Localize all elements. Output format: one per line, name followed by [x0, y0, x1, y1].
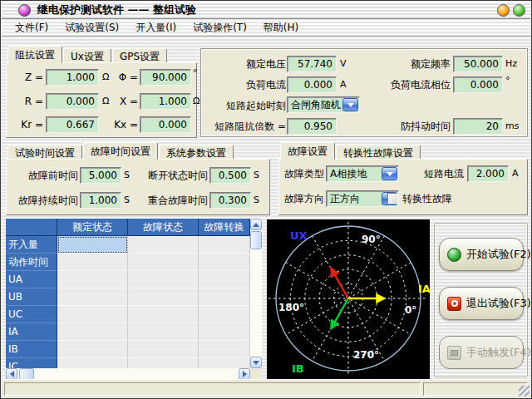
table-cell[interactable]: [57, 341, 128, 358]
table-cell[interactable]: [199, 306, 250, 323]
debounce-time-unit: ms: [505, 119, 519, 135]
table-cell[interactable]: [128, 288, 199, 306]
impedance-multiple-field[interactable]: 0.950: [287, 118, 337, 135]
start-test-button[interactable]: 开始试验(F2): [439, 238, 524, 271]
horizontal-scrollbar[interactable]: [6, 368, 250, 380]
menu-help[interactable]: 帮助(H): [255, 19, 307, 37]
table-cell[interactable]: [57, 358, 128, 368]
table-cell-selected[interactable]: [57, 236, 128, 254]
menu-file[interactable]: 文件(F): [7, 19, 57, 37]
load-current-phase-unit: °: [505, 73, 510, 90]
table-cell[interactable]: [199, 341, 250, 358]
power-icon: [447, 297, 461, 311]
rated-voltage-label: 额定电压: [204, 56, 286, 72]
table-cell[interactable]: [199, 358, 250, 368]
chevron-down-icon[interactable]: [382, 167, 397, 180]
results-grid: 额定状态 故障状态 故障转换 开入量 动作时间 UA UB UC IA: [6, 219, 250, 368]
tab-test-time-settings[interactable]: 试验时间设置: [7, 145, 82, 160]
row-header: IC: [6, 358, 57, 368]
tab-conversion-fault-settings[interactable]: 转换性故障设置: [336, 145, 421, 160]
tab-system-param-settings[interactable]: 系统参数设置: [159, 145, 234, 160]
exit-test-label: 退出试验(F3): [466, 296, 531, 311]
row-header: 开入量: [6, 236, 57, 254]
table-cell[interactable]: [128, 236, 199, 254]
short-circuit-start-dropdown[interactable]: 合闸角随机: [287, 96, 360, 113]
phi-unit: °: [193, 66, 198, 82]
fault-tabs: 故障设置 转换性故障设置: [278, 142, 528, 160]
r-label: R =: [12, 93, 43, 110]
table-cell[interactable]: [128, 323, 199, 341]
open-state-time-unit: S: [254, 168, 259, 185]
table-cell[interactable]: [199, 236, 250, 254]
horizontal-scroll-thumb[interactable]: [19, 368, 34, 380]
fault-type-value: A相接地: [330, 168, 367, 180]
tab-gps-settings[interactable]: GPS设置: [112, 48, 167, 63]
app-icon: [18, 4, 31, 17]
minimize-button[interactable]: [497, 4, 510, 17]
results-table: 额定状态 故障状态 故障转换 开入量 动作时间 UA UB UC IA: [6, 219, 262, 380]
scroll-down-icon[interactable]: [250, 357, 262, 368]
vertical-scrollbar[interactable]: [250, 219, 262, 368]
table-cell[interactable]: [57, 306, 128, 323]
phi-field[interactable]: 90.000: [140, 69, 191, 86]
open-state-time-field[interactable]: 0.500: [209, 167, 251, 184]
table-cell[interactable]: [128, 341, 199, 358]
title-bar[interactable]: 继电保护测试软件 —— 整组试验: [2, 2, 530, 19]
rated-frequency-field[interactable]: 50.000: [453, 56, 503, 72]
table-cell[interactable]: [199, 271, 250, 288]
close-button[interactable]: [513, 4, 525, 17]
load-current-phase-field[interactable]: 0.000: [453, 76, 503, 93]
chevron-down-icon[interactable]: [342, 98, 358, 111]
tab-fault-settings[interactable]: 故障设置: [280, 142, 335, 160]
timing-tabs: 试验时间设置 故障时间设置 系统参数设置: [6, 142, 270, 160]
table-cell[interactable]: [199, 323, 250, 341]
table-cell[interactable]: [57, 323, 128, 341]
x-field[interactable]: 1.000: [140, 93, 191, 110]
debounce-time-field[interactable]: 20: [453, 118, 503, 135]
fault-duration-field[interactable]: 1.000: [80, 192, 121, 209]
vertical-scroll-thumb[interactable]: [250, 231, 262, 249]
debounce-time-label: 防抖动时间: [384, 118, 451, 135]
kx-field[interactable]: 0.000: [140, 116, 191, 133]
pre-fault-time-field[interactable]: 5.000: [80, 167, 121, 184]
scroll-up-icon[interactable]: [250, 219, 262, 230]
table-cell[interactable]: [128, 358, 199, 368]
table-cell[interactable]: [57, 271, 128, 288]
tab-impedance-settings[interactable]: 阻抗设置: [7, 46, 62, 63]
z-field[interactable]: 1.000: [46, 69, 99, 86]
resize-grip[interactable]: [519, 386, 530, 397]
rated-voltage-field[interactable]: 57.740: [287, 56, 337, 72]
table-cell[interactable]: [57, 254, 128, 271]
exit-test-button[interactable]: 退出试验(F3): [439, 287, 524, 320]
menu-test-settings[interactable]: 试验设置(S): [57, 19, 127, 37]
table-cell[interactable]: [199, 288, 250, 306]
table-cell[interactable]: [128, 254, 199, 271]
angle-label-270: 270°: [353, 349, 379, 361]
table-cell[interactable]: [199, 254, 250, 271]
scroll-left-icon[interactable]: [6, 368, 17, 380]
table-cell[interactable]: [128, 306, 199, 323]
tab-ux-settings[interactable]: Ux设置: [63, 48, 111, 63]
menu-digital-input[interactable]: 开入量(I): [127, 19, 185, 37]
fault-type-dropdown[interactable]: A相接地: [326, 165, 399, 182]
tab-fault-time-settings[interactable]: 故障时间设置: [83, 142, 158, 160]
rated-frequency-label: 额定频率: [367, 56, 451, 72]
r-field[interactable]: 0.000: [46, 93, 99, 110]
reclose-fault-time-field[interactable]: 0.300: [209, 192, 251, 209]
phi-label: Φ =: [105, 69, 138, 86]
z-label: Z =: [12, 69, 43, 86]
scroll-right-icon[interactable]: [239, 368, 250, 380]
menu-test-operation[interactable]: 试验操作(T): [185, 19, 255, 37]
table-cell[interactable]: [57, 288, 128, 306]
fault-duration-label: 故障持续时间: [8, 192, 78, 209]
conversion-fault-label: 转换性故障: [402, 190, 469, 207]
conversion-fault-checkbox[interactable]: [387, 193, 398, 204]
table-cell[interactable]: [128, 271, 199, 288]
load-current-field[interactable]: 0.000: [287, 76, 337, 93]
row-header: UB: [6, 288, 57, 306]
fault-direction-label: 故障方向: [284, 190, 324, 207]
row-header: IA: [6, 323, 57, 341]
app-window: 继电保护测试软件 —— 整组试验 文件(F) 试验设置(S) 开入量(I) 试验…: [0, 0, 532, 399]
kr-field[interactable]: 0.667: [46, 116, 99, 133]
short-circuit-current-field[interactable]: 2.000: [467, 165, 509, 182]
